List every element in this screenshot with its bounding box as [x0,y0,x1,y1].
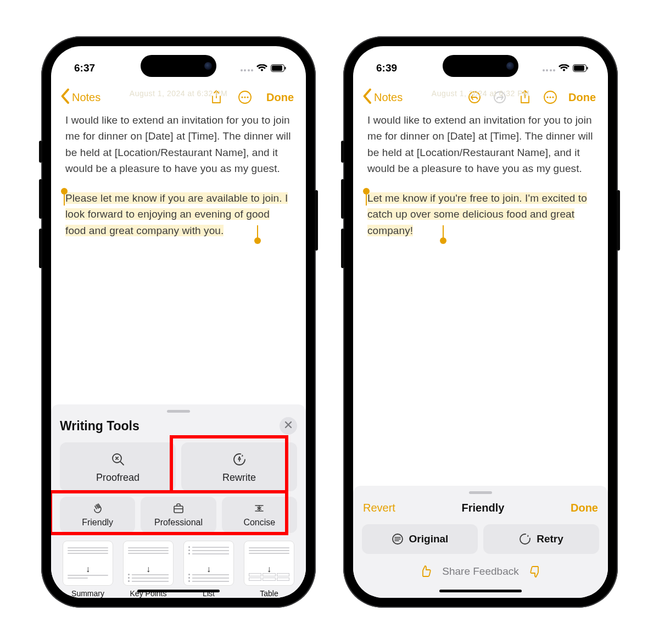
note-paragraph-1: I would like to extend an invitation for… [65,112,292,177]
selection-caret [64,191,65,206]
power-button [315,190,318,251]
dynamic-island [141,55,216,77]
note-timestamp: August 1, 2024 at 6:32 PM [432,89,529,98]
note-body[interactable]: I would like to extend an invitation for… [353,112,608,486]
briefcase-icon [172,502,185,514]
thumbs-up-button[interactable] [419,565,432,578]
share-feedback-label[interactable]: Share Feedback [442,565,518,578]
rewrite-button[interactable]: Rewrite [181,442,297,491]
phone-right: 6:39 August 1, 2024 at 6:32 PM Notes [343,36,618,608]
sheet-title: Writing Tools [60,419,139,434]
dynamic-island [443,55,518,77]
table-button[interactable]: ↓ Table [242,541,296,598]
writing-tools-sheet: Writing Tools Proofread [51,404,306,598]
concise-icon [253,502,265,514]
wifi-icon [559,64,569,73]
nav-bar: August 1, 2024 at 6:32 PM Notes Done [51,85,306,112]
note-timestamp: August 1, 2024 at 6:32 PM [130,89,227,98]
volume-button [39,141,42,163]
volume-button [341,229,344,268]
back-button[interactable]: Notes [361,88,403,107]
selection-handle-end[interactable] [440,237,446,244]
clock: 6:37 [74,62,95,74]
nav-bar: August 1, 2024 at 6:32 PM Notes [353,85,608,112]
volume-button [39,229,42,268]
summary-thumb-icon: ↓ [63,541,113,586]
close-icon [284,421,292,431]
phone-left: 6:37 August 1, 2024 at 6:32 PM Notes [41,36,316,608]
sheet-grabber[interactable] [167,410,190,413]
chevron-left-icon [361,88,373,107]
note-paragraph-2-selected: Let me know if you're free to join. I'm … [367,192,587,236]
professional-button[interactable]: Professional [141,497,216,533]
thumbs-down-button[interactable] [529,565,542,578]
friendly-button[interactable]: Friendly [60,497,135,533]
done-button[interactable]: Done [571,502,598,514]
svg-rect-1 [272,65,282,71]
original-button[interactable]: Original [362,524,478,554]
sheet-grabber[interactable] [469,491,492,494]
note-paragraph-2-selected: Please let me know if you are available … [65,192,288,236]
more-icon[interactable] [238,90,252,104]
rewrite-result-sheet: Revert Friendly Done Original Retry [353,486,608,598]
svg-point-20 [520,534,530,544]
proofread-button[interactable]: Proofread [60,442,176,491]
home-indicator[interactable] [439,590,522,592]
volume-button [39,179,42,219]
clock: 6:39 [376,62,397,74]
screen: 6:37 August 1, 2024 at 6:32 PM Notes [51,46,306,598]
svg-point-16 [546,96,548,98]
table-thumb-icon: ↓ [244,541,294,586]
battery-icon [271,64,286,72]
svg-rect-12 [587,67,588,70]
svg-point-6 [247,96,248,98]
concise-button[interactable]: Concise [222,497,297,533]
revert-button[interactable]: Revert [363,502,395,514]
wifi-icon [256,64,267,73]
selection-caret [366,191,367,206]
back-label: Notes [72,91,100,104]
power-button [617,190,620,251]
svg-point-4 [241,96,243,98]
result-mode-label: Friendly [462,502,505,514]
done-button[interactable]: Done [266,91,294,104]
summary-button[interactable]: ↓ Summary [61,541,115,598]
back-label: Notes [374,91,403,104]
volume-button [341,141,344,163]
done-button[interactable]: Done [568,91,596,104]
svg-point-17 [549,96,551,98]
retry-button[interactable]: Retry [483,524,599,554]
wave-icon [92,502,104,514]
selection-handle-end[interactable] [254,237,261,244]
svg-rect-2 [285,67,286,70]
chevron-left-icon [59,88,71,107]
more-icon[interactable] [543,90,557,104]
home-indicator[interactable] [137,590,220,592]
note-body[interactable]: I would like to extend an invitation for… [51,112,306,404]
close-button[interactable] [280,417,297,435]
cellular-icon [241,65,254,71]
svg-rect-9 [174,506,183,513]
svg-point-5 [244,96,245,98]
note-paragraph-1: I would like to extend an invitation for… [367,112,594,177]
keypoints-thumb-icon: ↓ [123,541,174,586]
rewrite-icon [232,452,247,467]
cellular-icon [543,65,556,71]
svg-point-18 [552,96,554,98]
screen: 6:39 August 1, 2024 at 6:32 PM Notes [353,46,608,598]
svg-rect-11 [574,65,584,71]
back-button[interactable]: Notes [59,88,100,107]
retry-icon [519,533,531,545]
list-thumb-icon: ↓ [183,541,234,586]
battery-icon [573,64,588,72]
volume-button [341,179,344,219]
magnifier-check-icon [111,452,125,467]
original-icon [392,533,404,545]
